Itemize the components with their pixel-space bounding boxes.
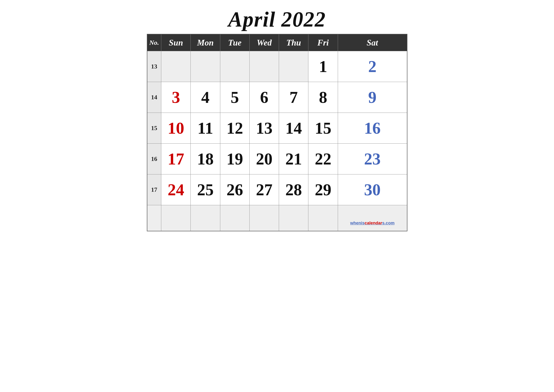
day-cell: 1 — [308, 51, 338, 82]
week-row-15: 1510111213141516 — [147, 113, 407, 144]
header-no: No. — [147, 34, 161, 51]
day-cell: 28 — [279, 175, 308, 205]
day-cell: 8 — [308, 82, 338, 113]
day-cell — [279, 51, 308, 82]
day-cell: 7 — [279, 82, 308, 113]
day-cell-empty — [220, 205, 249, 231]
day-cell: 3 — [161, 82, 191, 113]
day-cell: 21 — [279, 144, 308, 175]
calendar-page: April 2022 No. Sun Mon Tue Wed Thu Fri S… — [147, 7, 407, 231]
week-number: 16 — [147, 144, 161, 175]
day-cell: 23 — [338, 144, 407, 175]
day-cell: 20 — [249, 144, 279, 175]
day-cell — [249, 51, 279, 82]
header-row: No. Sun Mon Tue Wed Thu Fri Sat — [147, 34, 407, 51]
day-cell: 2 — [338, 51, 407, 82]
week-number: 17 — [147, 175, 161, 205]
day-cell: 25 — [191, 175, 220, 205]
header-wed: Wed — [249, 34, 279, 51]
day-cell: 9 — [338, 82, 407, 113]
calendar-table: No. Sun Mon Tue Wed Thu Fri Sat 13121434… — [147, 34, 407, 231]
week-number: 15 — [147, 113, 161, 144]
day-cell: 27 — [249, 175, 279, 205]
week-number: 14 — [147, 82, 161, 113]
day-cell-empty — [279, 205, 308, 231]
week-number-empty — [147, 205, 161, 231]
day-cell: 22 — [308, 144, 338, 175]
day-cell: 30 — [338, 175, 407, 205]
day-cell — [191, 51, 220, 82]
day-cell — [161, 51, 191, 82]
day-cell: 19 — [220, 144, 249, 175]
watermark-link[interactable]: wheniscalendars.com — [350, 221, 395, 225]
last-row: wheniscalendars.com — [147, 205, 407, 231]
day-cell-empty — [249, 205, 279, 231]
day-cell: 18 — [191, 144, 220, 175]
day-cell-empty — [161, 205, 191, 231]
week-row-14: 143456789 — [147, 82, 407, 113]
week-row-16: 1617181920212223 — [147, 144, 407, 175]
week-row-17: 1724252627282930 — [147, 175, 407, 205]
header-thu: Thu — [279, 34, 308, 51]
header-sat: Sat — [338, 34, 407, 51]
watermark-cell[interactable]: wheniscalendars.com — [338, 205, 407, 231]
header-sun: Sun — [161, 34, 191, 51]
day-cell: 24 — [161, 175, 191, 205]
header-tue: Tue — [220, 34, 249, 51]
day-cell-empty — [308, 205, 338, 231]
day-cell: 11 — [191, 113, 220, 144]
day-cell: 15 — [308, 113, 338, 144]
day-cell-empty — [191, 205, 220, 231]
day-cell: 12 — [220, 113, 249, 144]
week-row-13: 1312 — [147, 51, 407, 82]
day-cell: 16 — [338, 113, 407, 144]
day-cell: 13 — [249, 113, 279, 144]
header-fri: Fri — [308, 34, 338, 51]
day-cell: 17 — [161, 144, 191, 175]
day-cell: 6 — [249, 82, 279, 113]
week-number: 13 — [147, 51, 161, 82]
day-cell: 14 — [279, 113, 308, 144]
day-cell: 29 — [308, 175, 338, 205]
header-mon: Mon — [191, 34, 220, 51]
day-cell: 26 — [220, 175, 249, 205]
day-cell: 5 — [220, 82, 249, 113]
calendar-title: April 2022 — [147, 7, 407, 32]
day-cell: 4 — [191, 82, 220, 113]
day-cell — [220, 51, 249, 82]
day-cell: 10 — [161, 113, 191, 144]
